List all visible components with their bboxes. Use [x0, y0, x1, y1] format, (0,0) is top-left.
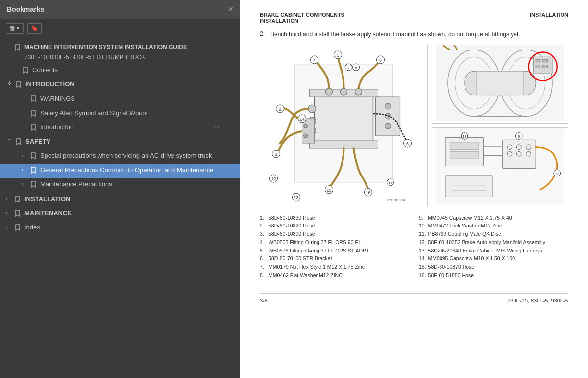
- svg-text:975130004: 975130004: [385, 198, 405, 202]
- svg-text:2: 2: [279, 107, 281, 112]
- bookmark-item-contents[interactable]: Contents: [0, 64, 240, 78]
- svg-point-12: [304, 134, 308, 138]
- parts-list-item: 11.PB8769 Coupling Male QK Disc: [419, 230, 568, 238]
- svg-point-16: [385, 123, 391, 129]
- parts-list-item: 14.MM0095 Capscrew M10 X 1.50 X 100: [419, 255, 568, 262]
- sidebar-title: Bookmarks: [7, 5, 44, 13]
- bookmark-item-maintenance-precautions[interactable]: › Maintenance Precautions: [0, 178, 240, 192]
- expand-arrow-maintenance[interactable]: ›: [22, 181, 29, 188]
- diagram-right: 12 6 13: [432, 45, 568, 206]
- svg-rect-60: [536, 65, 540, 68]
- bookmark-item-special-precautions[interactable]: › Special precautions when servicing an …: [0, 150, 240, 164]
- svg-point-8: [341, 88, 347, 95]
- parts-list-item: 13.58D-06-20640 Brake Cabinet MIS Wiring…: [419, 247, 568, 254]
- parts-list-item: 16.58F-60-51850 Hose: [419, 272, 568, 279]
- bookmark-flag-icon-maintenance-prec: [30, 181, 38, 190]
- document-footer: 3-8 730E-10, 830E-5, 930E-5: [260, 293, 568, 303]
- bookmark-item-warnings[interactable]: WARNINGS: [0, 92, 240, 106]
- instruction-number: 2.: [260, 30, 268, 39]
- header-title-main: BRAKE CABINET COMPONENTS: [260, 12, 344, 18]
- expand-arrow-special[interactable]: ›: [22, 152, 29, 159]
- bookmark-item-index[interactable]: › Index: [0, 221, 240, 235]
- diagram-bottom-svg: 12 6 13: [432, 128, 568, 204]
- parts-list-item: 3.58D-60-10800 Hose: [260, 230, 409, 238]
- svg-text:6: 6: [406, 141, 409, 146]
- svg-point-9: [355, 88, 362, 95]
- bookmark-flag-icon-intro: [16, 81, 24, 90]
- svg-rect-64: [450, 142, 479, 150]
- no-arrow-warnings: [22, 95, 29, 102]
- svg-rect-61: [543, 65, 548, 68]
- svg-text:4: 4: [313, 58, 316, 63]
- panel-toggle-arrow[interactable]: ◀: [235, 166, 240, 176]
- sidebar-content: MACHINE INTERVENTION SYSTEM INSTALLATION…: [0, 38, 240, 378]
- footer-model-numbers: 730E-10, 830E-5, 930E-5: [507, 298, 568, 303]
- parts-list-item: 12.58F-60-10352 Brake Auto Apply Manifol…: [419, 239, 568, 246]
- svg-text:14: 14: [299, 117, 304, 122]
- dropdown-arrow-icon: ▼: [16, 26, 20, 31]
- parts-list: 1.58D-60-10830 Hose2.58D-60-10820 Hose3.…: [260, 214, 568, 279]
- bookmark-item-machine-intervention[interactable]: MACHINE INTERVENTION SYSTEM INSTALLATION…: [0, 41, 240, 64]
- bookmark-label-safety: SAFETY: [25, 137, 236, 146]
- bookmark-button[interactable]: 🔖: [27, 23, 42, 34]
- parts-list-item: 9.MM0045 Capscrew M12 X 1.75 X 40: [419, 214, 568, 222]
- svg-text:16: 16: [366, 190, 370, 195]
- bookmark-label-general-precautions: General Precautions Common to Operation …: [40, 166, 236, 175]
- svg-text:13: 13: [294, 195, 298, 200]
- page-area: BRAKE CABINET COMPONENTS INSTALLATION IN…: [240, 0, 588, 378]
- bookmark-label-introduction: INTRODUCTION: [25, 80, 236, 89]
- bookmark-flag-icon-intro-sub: [30, 124, 38, 133]
- svg-rect-1: [315, 94, 373, 143]
- bookmark-flag-icon-maintenance-top: [15, 210, 23, 219]
- bookmark-item-safety-alert[interactable]: Safety Alert Symbol and Signal Words: [0, 107, 240, 121]
- parts-list-item: 8.MM0462 Flat Washer M12 ZINC: [260, 272, 409, 279]
- svg-text:7: 7: [347, 66, 350, 70]
- svg-rect-59: [543, 59, 548, 62]
- parts-list-item: 15.58D-60-10870 Hose: [419, 263, 568, 271]
- diagram-left-svg: 1 2 3 4 5 6: [260, 45, 427, 202]
- svg-rect-3: [310, 141, 378, 148]
- bookmark-label-index: Index: [24, 223, 236, 232]
- expand-arrow-introduction[interactable]: ›: [6, 81, 14, 89]
- svg-text:11: 11: [388, 181, 392, 185]
- bookmark-flag-icon-installation: [15, 196, 23, 205]
- bookmark-item-safety[interactable]: › SAFETY: [0, 135, 240, 150]
- no-arrow-spacer: [14, 67, 22, 74]
- diagram-left: 1 2 3 4 5 6: [260, 45, 428, 206]
- svg-text:3: 3: [275, 152, 277, 157]
- expand-arrow-installation[interactable]: ›: [6, 196, 14, 202]
- expand-arrow-maintenance-top[interactable]: ›: [6, 210, 14, 217]
- grid-view-button[interactable]: ▦ ▼: [6, 23, 24, 34]
- svg-rect-58: [536, 59, 540, 62]
- bookmark-item-introduction-sub[interactable]: Introduction ☞: [0, 121, 240, 135]
- bookmark-flag-icon-index: [15, 224, 23, 233]
- grid-icon: ▦: [9, 25, 15, 32]
- bookmark-item-general-precautions[interactable]: › General Precautions Common to Operatio…: [0, 164, 240, 178]
- bookmark-flag-icon-general: [30, 167, 38, 176]
- header-right: INSTALLATION: [530, 12, 568, 24]
- diagram-container: 1 2 3 4 5 6: [260, 45, 568, 206]
- sidebar: Bookmarks × ▦ ▼ 🔖 MACHINE INTERVENTION S…: [0, 0, 240, 378]
- svg-text:5: 5: [379, 58, 382, 63]
- svg-text:12: 12: [271, 176, 276, 181]
- svg-rect-65: [450, 151, 479, 159]
- instruction-text-underline: brake apply solenoid manifold: [341, 31, 418, 38]
- bookmark-label-special-precautions: Special precautions when servicing an AC…: [40, 151, 236, 160]
- bookmark-item-maintenance[interactable]: › MAINTENANCE: [0, 207, 240, 221]
- parts-list-item: 7.MM0179 Nut Hex Style 1 M12 X 1.75 Zinc: [260, 263, 409, 271]
- svg-rect-75: [445, 176, 493, 197]
- bookmark-label-maintenance-precautions: Maintenance Precautions: [40, 180, 236, 189]
- diagram-top-svg: [432, 45, 568, 121]
- bookmark-item-installation[interactable]: › INSTALLATION: [0, 193, 240, 207]
- parts-list-item: 10.MM0472 Lock Washer M12 Zinc: [419, 222, 568, 229]
- close-button[interactable]: ×: [228, 5, 233, 14]
- parts-list-item: 4.WB0505 Fitting O-ring 37 FL ORS 90 EL: [260, 239, 409, 246]
- instruction-text: Bench build and install the brake apply …: [270, 30, 520, 39]
- expand-arrow-index[interactable]: ›: [6, 224, 14, 231]
- expand-arrow-safety[interactable]: ›: [6, 138, 14, 146]
- main-content: BRAKE CABINET COMPONENTS INSTALLATION IN…: [240, 0, 588, 378]
- expand-arrow-general[interactable]: ›: [22, 167, 29, 174]
- bookmark-sublabel-machine: 730E-10, 830E-5, 930E-5 EDT DUMP TRUCK: [15, 53, 145, 62]
- bookmark-item-introduction[interactable]: › INTRODUCTION: [0, 78, 240, 92]
- bookmark-flag-icon-safety: [16, 138, 24, 148]
